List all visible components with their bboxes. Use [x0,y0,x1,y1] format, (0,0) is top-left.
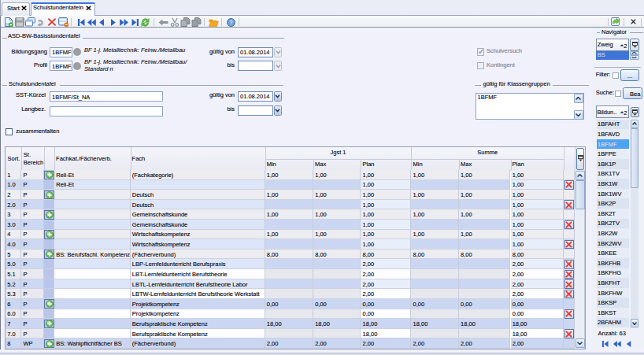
svg-text:?: ? [229,19,233,26]
